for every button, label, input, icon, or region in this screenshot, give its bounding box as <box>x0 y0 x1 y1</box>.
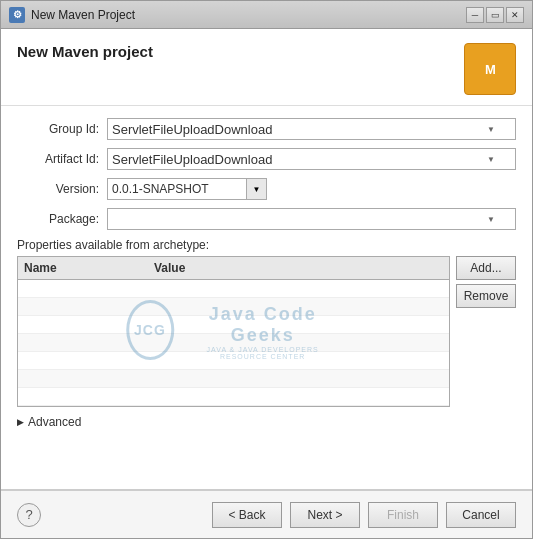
properties-header-row: Name Value <box>18 257 449 280</box>
main-window: ⚙ New Maven Project ─ ▭ ✕ New Maven proj… <box>0 0 533 539</box>
maven-logo-text: M <box>485 62 495 77</box>
group-id-value: ServletFileUploadDownload <box>112 122 272 137</box>
table-row <box>18 316 449 334</box>
version-row: Version: ▼ <box>17 178 516 200</box>
add-button[interactable]: Add... <box>456 256 516 280</box>
back-button[interactable]: < Back <box>212 502 282 528</box>
table-row <box>18 370 449 388</box>
properties-table-wrapper: Name Value <box>17 256 450 407</box>
package-dropdown[interactable]: ▼ <box>107 208 516 230</box>
group-id-input[interactable]: ServletFileUploadDownload ▼ <box>107 118 516 140</box>
page-title: New Maven project <box>17 43 153 60</box>
properties-table-container: Name Value <box>17 256 450 407</box>
maven-logo: M <box>464 43 516 95</box>
advanced-arrow-icon: ▶ <box>17 417 24 427</box>
maximize-button[interactable]: ▭ <box>486 7 504 23</box>
content-area: New Maven project M Group Id: ServletFil… <box>1 29 532 489</box>
properties-table-body <box>18 280 449 406</box>
properties-table: Name Value <box>18 257 449 406</box>
table-row <box>18 388 449 406</box>
table-action-buttons: Add... Remove <box>456 256 516 407</box>
finish-button[interactable]: Finish <box>368 502 438 528</box>
help-icon: ? <box>25 507 32 522</box>
cancel-button[interactable]: Cancel <box>446 502 516 528</box>
properties-label: Properties available from archetype: <box>17 238 516 252</box>
group-id-arrow-icon: ▼ <box>487 125 495 134</box>
title-bar-text: New Maven Project <box>31 8 466 22</box>
artifact-id-row: Artifact Id: ServletFileUploadDownload ▼ <box>17 148 516 170</box>
table-row <box>18 334 449 352</box>
group-id-row: Group Id: ServletFileUploadDownload ▼ <box>17 118 516 140</box>
version-dropdown-button[interactable]: ▼ <box>247 178 267 200</box>
package-input[interactable]: ▼ <box>107 208 516 230</box>
minimize-button[interactable]: ─ <box>466 7 484 23</box>
col-header-value: Value <box>148 257 449 280</box>
table-row <box>18 280 449 298</box>
artifact-id-label: Artifact Id: <box>17 152 107 166</box>
version-input[interactable] <box>107 178 247 200</box>
group-id-dropdown[interactable]: ServletFileUploadDownload ▼ <box>107 118 516 140</box>
footer: ? < Back Next > Finish Cancel <box>1 490 532 538</box>
title-bar: ⚙ New Maven Project ─ ▭ ✕ <box>1 1 532 29</box>
group-id-label: Group Id: <box>17 122 107 136</box>
package-row: Package: ▼ <box>17 208 516 230</box>
package-label: Package: <box>17 212 107 226</box>
form-area: Group Id: ServletFileUploadDownload ▼ Ar… <box>1 106 532 489</box>
artifact-id-dropdown[interactable]: ServletFileUploadDownload ▼ <box>107 148 516 170</box>
page-header: New Maven project M <box>1 29 532 106</box>
version-label: Version: <box>17 182 107 196</box>
artifact-id-value: ServletFileUploadDownload <box>112 152 272 167</box>
properties-table-head: Name Value <box>18 257 449 280</box>
title-bar-icon: ⚙ <box>9 7 25 23</box>
title-icon-text: ⚙ <box>13 9 22 20</box>
close-button[interactable]: ✕ <box>506 7 524 23</box>
properties-section: Name Value <box>17 256 516 407</box>
col-header-name: Name <box>18 257 148 280</box>
advanced-section[interactable]: ▶ Advanced <box>17 415 516 429</box>
help-button[interactable]: ? <box>17 503 41 527</box>
table-row <box>18 298 449 316</box>
table-row <box>18 352 449 370</box>
next-button[interactable]: Next > <box>290 502 360 528</box>
artifact-id-input[interactable]: ServletFileUploadDownload ▼ <box>107 148 516 170</box>
remove-button[interactable]: Remove <box>456 284 516 308</box>
title-bar-controls: ─ ▭ ✕ <box>466 7 524 23</box>
advanced-label: Advanced <box>28 415 81 429</box>
package-arrow-icon: ▼ <box>487 215 495 224</box>
artifact-id-arrow-icon: ▼ <box>487 155 495 164</box>
